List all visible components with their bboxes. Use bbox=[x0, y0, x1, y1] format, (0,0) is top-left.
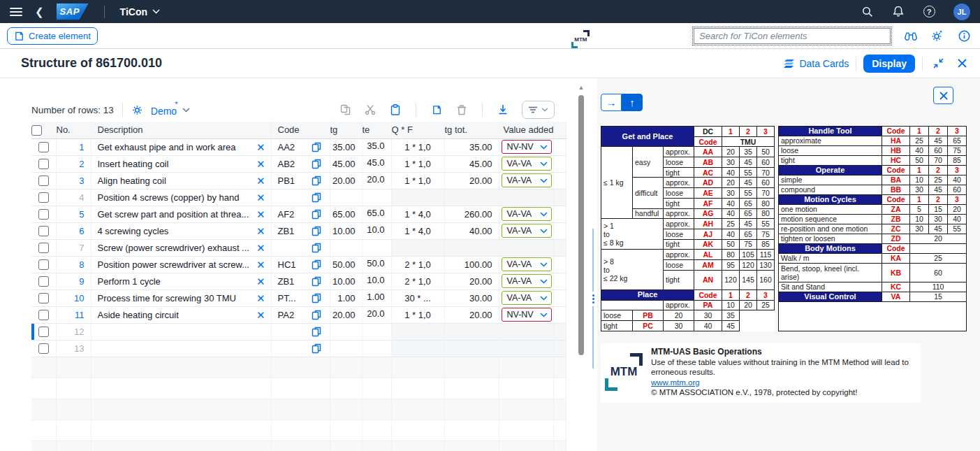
open-data-card-icon[interactable] bbox=[312, 310, 321, 320]
code-cell[interactable] bbox=[271, 323, 330, 340]
display-button[interactable]: Display bbox=[863, 55, 915, 73]
info-icon[interactable] bbox=[958, 29, 970, 42]
te-cell[interactable]: 20.0 bbox=[362, 306, 391, 323]
row-select-checkbox[interactable] bbox=[38, 176, 49, 186]
code-cell[interactable]: ZB1 bbox=[271, 273, 330, 289]
row-select-checkbox[interactable] bbox=[38, 159, 49, 169]
value-added-select[interactable]: VA-VA bbox=[502, 224, 552, 238]
download-icon[interactable] bbox=[497, 103, 509, 116]
open-data-card-icon[interactable] bbox=[312, 276, 321, 287]
code-cell[interactable]: AB2 bbox=[271, 155, 330, 172]
description-cell[interactable]: Position power screwdriver at screw...✕ bbox=[91, 256, 271, 273]
tg-cell[interactable]: 50.00 bbox=[330, 256, 362, 273]
te-cell[interactable]: 35.0 bbox=[362, 138, 391, 155]
open-data-card-icon[interactable] bbox=[312, 192, 321, 203]
code-cell[interactable]: HC1 bbox=[271, 256, 330, 273]
search-icon[interactable] bbox=[861, 6, 874, 18]
te-cell[interactable]: 20.0 bbox=[362, 172, 391, 189]
x-clear-button[interactable]: ✕ bbox=[254, 293, 271, 303]
view-settings-gear-icon[interactable] bbox=[131, 103, 144, 116]
row-select-checkbox[interactable] bbox=[38, 209, 49, 220]
tg-cell[interactable] bbox=[330, 189, 362, 206]
value-added-select[interactable]: VA-VA bbox=[502, 274, 552, 288]
description-cell[interactable] bbox=[91, 340, 271, 357]
row-select-checkbox[interactable] bbox=[38, 327, 49, 337]
menu-icon[interactable] bbox=[10, 8, 22, 16]
value-added-select[interactable]: VA-VA bbox=[502, 173, 552, 187]
te-cell[interactable] bbox=[362, 239, 391, 256]
value-added-select[interactable]: VA-VA bbox=[502, 291, 552, 305]
qf-cell[interactable] bbox=[391, 340, 444, 357]
qf-cell[interactable]: 30 * ... bbox=[391, 289, 444, 306]
row-select-checkbox[interactable] bbox=[38, 243, 49, 253]
qf-cell[interactable]: 1 * 1,0 bbox=[391, 172, 444, 189]
description-cell[interactable]: Process time for screwing 30 TMU✕ bbox=[91, 289, 271, 306]
x-clear-button[interactable]: ✕ bbox=[254, 226, 271, 236]
qf-cell[interactable]: 1 * 1,0 bbox=[391, 155, 444, 172]
row-select-checkbox[interactable] bbox=[38, 259, 49, 270]
tg-cell[interactable]: 1.00 bbox=[330, 289, 362, 306]
te-cell[interactable] bbox=[362, 323, 391, 340]
create-element-button[interactable]: Create element bbox=[7, 27, 98, 45]
qf-cell[interactable]: 2 * 1,0 bbox=[391, 273, 444, 289]
code-cell[interactable]: AF2 bbox=[271, 206, 330, 222]
qf-cell[interactable]: 1 * 4,0 bbox=[391, 206, 444, 222]
tg-cell[interactable]: 45.00 bbox=[330, 155, 362, 172]
value-added-select[interactable]: NV-NV bbox=[502, 308, 552, 322]
open-data-card-icon[interactable] bbox=[312, 226, 321, 236]
qf-cell[interactable]: 1 * 1,0 bbox=[391, 306, 444, 323]
tg-cell[interactable]: 10.00 bbox=[330, 273, 362, 289]
x-clear-button[interactable]: ✕ bbox=[254, 243, 271, 253]
description-cell[interactable]: Get exhaust pipe and in work area✕ bbox=[91, 138, 271, 155]
qf-cell[interactable]: 1 * 1,0 bbox=[391, 138, 444, 155]
qf-cell[interactable] bbox=[391, 239, 444, 256]
cut-icon[interactable] bbox=[364, 103, 376, 116]
open-data-card-icon[interactable] bbox=[312, 159, 321, 169]
open-data-card-icon[interactable] bbox=[312, 293, 321, 303]
te-cell[interactable] bbox=[362, 189, 391, 206]
code-cell[interactable]: PB1 bbox=[271, 172, 330, 189]
te-cell[interactable] bbox=[362, 340, 391, 357]
description-cell[interactable]: Align heating coil✕ bbox=[91, 172, 271, 189]
delete-icon[interactable] bbox=[455, 103, 468, 116]
te-cell[interactable]: 10.0 bbox=[362, 273, 391, 289]
code-cell[interactable]: PT... bbox=[271, 289, 330, 306]
exit-fullscreen-icon[interactable] bbox=[930, 55, 946, 72]
tg-cell[interactable] bbox=[330, 340, 362, 357]
x-clear-button[interactable]: ✕ bbox=[254, 209, 271, 220]
splitter-grip-icon[interactable] bbox=[592, 292, 594, 306]
open-data-card-icon[interactable] bbox=[312, 209, 321, 220]
value-added-select[interactable]: VA-VA bbox=[502, 207, 552, 221]
panel-close-button[interactable] bbox=[933, 87, 953, 104]
qf-cell[interactable]: 1 * 4,0 bbox=[391, 222, 444, 239]
gear-stars-icon[interactable] bbox=[931, 29, 944, 42]
qf-cell[interactable]: 2 * 1,0 bbox=[391, 256, 444, 273]
description-cell[interactable]: Aside heating circuit✕ bbox=[91, 306, 271, 323]
paste-icon[interactable] bbox=[389, 103, 402, 116]
tg-cell[interactable]: 10.00 bbox=[330, 222, 362, 239]
row-select-checkbox[interactable] bbox=[38, 310, 49, 320]
tg-cell[interactable]: 20.00 bbox=[330, 172, 362, 189]
description-cell[interactable]: Position 4 screws (copper) by hand✕ bbox=[91, 189, 271, 206]
code-cell[interactable]: ZB1 bbox=[271, 222, 330, 239]
te-cell[interactable]: 45.0 bbox=[362, 155, 391, 172]
te-cell[interactable]: 65.0 bbox=[362, 206, 391, 222]
description-cell[interactable]: Screw (power screwdriver) exhaust ...✕ bbox=[91, 239, 271, 256]
x-clear-button[interactable]: ✕ bbox=[254, 192, 271, 203]
notifications-bell-icon[interactable] bbox=[892, 6, 905, 18]
view-selector[interactable]: Demo* bbox=[151, 103, 191, 117]
row-select-checkbox[interactable] bbox=[38, 343, 49, 354]
scroll-up-arrow-icon[interactable]: ▲ bbox=[577, 84, 585, 91]
open-data-card-icon[interactable] bbox=[312, 142, 321, 152]
vertical-scrollbar[interactable]: ▲ bbox=[577, 84, 585, 451]
x-clear-button[interactable]: ✕ bbox=[254, 176, 271, 186]
description-cell[interactable]: Insert heating coil✕ bbox=[91, 155, 271, 172]
row-select-checkbox[interactable] bbox=[38, 276, 49, 287]
te-cell[interactable]: 10.0 bbox=[362, 222, 391, 239]
mtm-org-link[interactable]: www.mtm.org bbox=[651, 378, 700, 387]
panel-splitter[interactable] bbox=[590, 229, 596, 368]
x-clear-button[interactable]: ✕ bbox=[254, 276, 271, 287]
qf-cell[interactable] bbox=[391, 189, 444, 206]
qf-cell[interactable] bbox=[391, 323, 444, 340]
app-title-menu[interactable]: TiCon bbox=[120, 6, 160, 17]
